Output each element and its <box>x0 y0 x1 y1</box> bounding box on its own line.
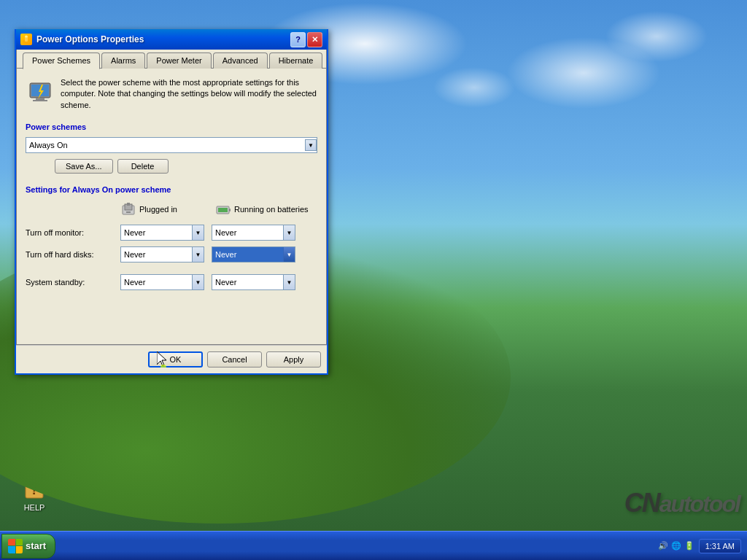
standby-battery-dropdown[interactable]: Never ▼ <box>212 274 295 290</box>
harddisk-battery-arrow[interactable]: ▼ <box>283 247 295 262</box>
svg-rect-19 <box>33 100 47 101</box>
watermark-rest: autotool <box>659 491 740 517</box>
power-options-dialog: Power Options Properties ? ✕ Power Schem… <box>15 29 328 375</box>
svg-text:!: ! <box>36 424 38 432</box>
tray-icon-3: 🔋 <box>684 541 694 551</box>
svg-rect-7 <box>23 421 32 422</box>
monitor-plugged-arrow[interactable]: ▼ <box>192 225 204 240</box>
svg-point-9 <box>32 423 42 433</box>
help-button[interactable]: ? <box>290 32 306 47</box>
taskbar: start 🔊 🌐 🔋 1:31 AM <box>0 531 747 560</box>
monitor-battery-arrow[interactable]: ▼ <box>283 225 295 240</box>
system-standby-row: System standby: Never ▼ Never ▼ <box>26 274 317 290</box>
dialog-controls: ? ✕ <box>290 32 322 47</box>
col-battery-header: Running on batteries <box>215 201 310 217</box>
delete-button[interactable]: Delete <box>117 159 169 174</box>
start-logo <box>8 539 23 553</box>
apply-button[interactable]: Apply <box>266 351 321 368</box>
power-scheme-icon <box>26 77 55 106</box>
tray-icon-1: 🔊 <box>658 541 668 551</box>
svg-rect-24 <box>126 211 131 213</box>
standby-battery-arrow[interactable]: ▼ <box>283 275 295 289</box>
svg-rect-5 <box>21 415 36 432</box>
tab-alarms[interactable]: Alarms <box>101 52 145 69</box>
help-icon: ? <box>23 478 46 501</box>
cancel-button[interactable]: Cancel <box>207 351 262 368</box>
bottom-buttons: OK Cancel Apply <box>16 345 327 373</box>
svg-rect-26 <box>229 209 231 211</box>
col-plugged-header: Plugged in <box>120 201 215 217</box>
tray-icon-2: 🌐 <box>671 541 681 551</box>
scheme-dropdown-arrow[interactable]: ▼ <box>305 139 317 151</box>
taskbar-right: 🔊 🌐 🔋 1:31 AM <box>658 539 747 553</box>
ok-button[interactable]: OK <box>148 351 203 368</box>
settings-section-label: Settings for Always On power scheme <box>26 185 317 194</box>
save-delete-row: Save As... Delete <box>26 159 317 174</box>
description-text: Select the power scheme with the most ap… <box>61 77 317 111</box>
battery-icon <box>215 201 231 217</box>
turn-off-harddisk-row: Turn off hard disks: Never ▼ Never ▼ <box>26 246 317 262</box>
scheme-dropdown[interactable]: Always On ▼ <box>26 137 317 153</box>
settings-header-row: Plugged in Running on batteries <box>26 201 317 217</box>
standby-plugged-dropdown[interactable]: Never ▼ <box>120 274 204 290</box>
svg-rect-6 <box>23 418 34 419</box>
plugged-in-icon <box>120 201 136 217</box>
svg-rect-27 <box>218 208 228 212</box>
clock: 1:31 AM <box>699 539 741 553</box>
dialog-titlebar: Power Options Properties ? ✕ <box>16 29 327 50</box>
svg-rect-18 <box>36 98 44 100</box>
harddisk-plugged-dropdown[interactable]: Never ▼ <box>120 246 204 262</box>
tab-advanced[interactable]: Advanced <box>213 52 268 69</box>
tab-power-schemes[interactable]: Power Schemes <box>23 52 100 69</box>
clip-icon-label: CLIP <box>26 383 43 392</box>
tab-power-meter[interactable]: Power Meter <box>147 52 211 69</box>
tab-hibernate[interactable]: Hibernate <box>269 52 323 69</box>
turn-off-monitor-row: Turn off monitor: Never ▼ Never ▼ <box>26 225 317 241</box>
help-icon-label: HELP <box>24 503 45 513</box>
save-as-button[interactable]: Save As... <box>55 159 113 174</box>
monitor-battery-dropdown[interactable]: Never ▼ <box>212 225 295 241</box>
dialog-container: Power Options Properties ? ✕ Power Schem… <box>15 29 328 375</box>
desktop-icon-help[interactable]: ? HELP <box>9 478 60 513</box>
harddisk-row-label: Turn off hard disks: <box>26 250 120 259</box>
dialog-title-icon <box>20 34 32 45</box>
svg-rect-8 <box>23 424 31 425</box>
start-label: start <box>26 540 46 551</box>
power-schemes-section-label: Power schemes <box>26 122 317 131</box>
system-tray-icons: 🔊 🌐 🔋 <box>658 541 694 551</box>
standby-plugged-arrow[interactable]: ▼ <box>192 275 204 289</box>
desktop-icon-whatsnew[interactable]: ! What's new <box>6 412 57 447</box>
watermark: CNautotool <box>624 480 740 520</box>
svg-rect-23 <box>127 203 130 206</box>
close-button[interactable]: ✕ <box>307 32 322 47</box>
tabs: Power Schemes Alarms Power Meter Advance… <box>20 52 323 69</box>
whatsnew-icon-label: What's new <box>11 438 53 447</box>
harddisk-battery-dropdown[interactable]: Never ▼ <box>212 246 295 262</box>
desktop: CLIP ! What's new ? HELP CNautotool <box>0 0 747 560</box>
scheme-dropdown-row: Always On ▼ <box>26 137 317 153</box>
on-batteries-label: Running on batteries <box>234 205 309 214</box>
monitor-plugged-dropdown[interactable]: Never ▼ <box>120 225 204 241</box>
description-row: Select the power scheme with the most ap… <box>26 77 317 111</box>
dialog-title: Power Options Properties <box>36 34 286 44</box>
svg-text:?: ? <box>31 483 39 497</box>
monitor-row-label: Turn off monitor: <box>26 228 120 237</box>
harddisk-plugged-arrow[interactable]: ▼ <box>192 247 204 262</box>
watermark-cn: CN <box>624 488 659 518</box>
start-button[interactable]: start <box>1 534 55 559</box>
plugged-in-label: Plugged in <box>139 205 177 214</box>
tab-content-power-schemes: Select the power scheme with the most ap… <box>16 68 327 345</box>
svg-point-15 <box>25 36 28 38</box>
scheme-dropdown-value: Always On <box>29 141 68 149</box>
standby-row-label: System standby: <box>26 278 120 287</box>
whatsnew-icon: ! <box>20 412 43 435</box>
